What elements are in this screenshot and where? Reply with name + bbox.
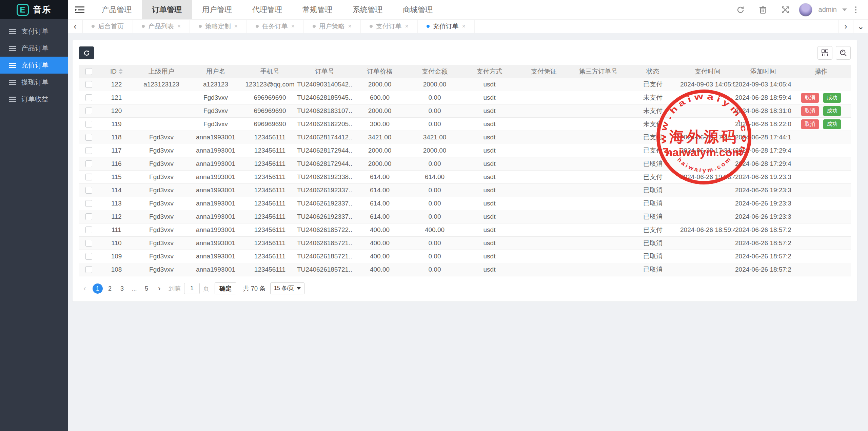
- tab-close-icon[interactable]: ×: [462, 23, 466, 30]
- sort-icon[interactable]: [119, 68, 123, 74]
- row-checkbox[interactable]: [85, 94, 92, 101]
- next-page-icon[interactable]: ›: [154, 284, 165, 293]
- table-card: ID 上级用户 用户名 手机号 订单号 订单价格 支付金额 支付方式 支付凭证 …: [73, 40, 857, 301]
- cell-price: 400.00: [352, 237, 407, 250]
- cell-order-no: TU240628172944...: [297, 144, 352, 157]
- tabs-scroll-right-icon[interactable]: ›: [838, 20, 853, 33]
- tab-close-icon[interactable]: ×: [405, 23, 409, 30]
- cell-add-time: 2024-06-28 17:44:12: [735, 131, 791, 144]
- row-checkbox[interactable]: [85, 227, 92, 233]
- nav-item[interactable]: 代理管理: [242, 0, 292, 19]
- per-page-select[interactable]: 15 条/页: [270, 282, 304, 294]
- cell-method: usdt: [462, 171, 517, 184]
- cell-actions: [791, 237, 851, 250]
- nav-item[interactable]: 常规管理: [292, 0, 342, 19]
- cancel-button[interactable]: 取消: [801, 119, 819, 129]
- refresh-icon[interactable]: [732, 3, 749, 17]
- cell-pay-time: [680, 237, 735, 250]
- fullscreen-icon[interactable]: [776, 3, 794, 17]
- cell-id: 121: [99, 91, 134, 104]
- cell-actions: [791, 197, 851, 210]
- tab[interactable]: 用户策略 ×: [304, 20, 361, 33]
- nav-item[interactable]: 用户管理: [192, 0, 242, 19]
- col-username: 用户名: [189, 65, 243, 78]
- tab-close-icon[interactable]: ×: [234, 23, 238, 30]
- tab[interactable]: 产品列表 ×: [133, 20, 190, 33]
- row-checkbox[interactable]: [85, 174, 92, 180]
- cell-third-no: [571, 197, 626, 210]
- app-title: 音乐: [33, 4, 52, 15]
- page-number[interactable]: 1: [93, 283, 103, 294]
- list-icon: [9, 97, 16, 102]
- cell-add-time: 2024-06-28 18:31:07: [735, 104, 791, 118]
- cell-order-no: TU240628182205...: [297, 118, 352, 131]
- trash-icon[interactable]: [754, 3, 772, 17]
- row-checkbox[interactable]: [85, 160, 92, 167]
- cell-pay-time: [680, 210, 735, 223]
- tab-close-icon[interactable]: ×: [177, 23, 181, 30]
- kebab-menu-icon[interactable]: [852, 6, 860, 13]
- tab[interactable]: 充值订单 ×: [418, 20, 475, 33]
- sidebar-item-label: 支付订单: [21, 27, 48, 36]
- confirm-page-button[interactable]: 确定: [215, 282, 236, 294]
- row-checkbox[interactable]: [85, 200, 92, 207]
- cancel-button[interactable]: 取消: [801, 106, 819, 116]
- row-checkbox[interactable]: [85, 240, 92, 247]
- nav-item[interactable]: 订单管理: [142, 0, 192, 19]
- row-checkbox[interactable]: [85, 121, 92, 128]
- tab-close-icon[interactable]: ×: [348, 23, 352, 30]
- nav-item[interactable]: 商城管理: [393, 0, 443, 19]
- username-label[interactable]: admin: [818, 6, 837, 14]
- cancel-button[interactable]: 取消: [801, 93, 819, 103]
- cell-parent: Fgd3vxv: [134, 223, 189, 237]
- tabs-dropdown-icon[interactable]: ⌄: [853, 20, 868, 33]
- tab-status-dot-icon: [142, 25, 145, 28]
- page-number[interactable]: 5: [141, 283, 152, 294]
- search-button[interactable]: [836, 46, 851, 60]
- cell-voucher: [517, 237, 571, 250]
- row-checkbox[interactable]: [85, 81, 92, 88]
- tab-close-icon[interactable]: ×: [291, 23, 295, 30]
- tab[interactable]: 后台首页: [83, 20, 133, 33]
- nav-item[interactable]: 产品管理: [92, 0, 142, 19]
- refresh-table-button[interactable]: [79, 46, 94, 59]
- cell-method: usdt: [462, 237, 517, 250]
- row-checkbox[interactable]: [85, 253, 92, 260]
- chevron-down-icon[interactable]: [842, 8, 847, 11]
- prev-page-icon[interactable]: ‹: [79, 284, 91, 293]
- page-number[interactable]: 2: [105, 283, 115, 294]
- sidebar-item[interactable]: 提现订单: [0, 74, 68, 91]
- cell-pay-time: [680, 197, 735, 210]
- select-all-checkbox[interactable]: [85, 68, 92, 75]
- cell-add-time: 2024-06-26 18:57:21: [735, 237, 791, 250]
- row-checkbox[interactable]: [85, 147, 92, 154]
- nav-item[interactable]: 系统管理: [342, 0, 393, 19]
- success-button[interactable]: 成功: [823, 119, 841, 129]
- row-checkbox[interactable]: [85, 107, 92, 114]
- toggle-columns-button[interactable]: [817, 46, 832, 60]
- top-nav: 产品管理 订单管理 用户管理 代理管理 常规管理 系统管理 商城管理: [92, 0, 443, 19]
- success-button[interactable]: 成功: [823, 106, 841, 116]
- cell-method: usdt: [462, 104, 517, 118]
- sidebar-collapse-icon[interactable]: [68, 0, 92, 19]
- tab[interactable]: 任务订单 ×: [247, 20, 304, 33]
- row-checkbox[interactable]: [85, 266, 92, 273]
- sidebar-item[interactable]: 产品订单: [0, 40, 68, 57]
- sidebar-item[interactable]: 支付订单: [0, 23, 68, 40]
- row-checkbox[interactable]: [85, 187, 92, 194]
- page-number[interactable]: 3: [117, 283, 127, 294]
- avatar[interactable]: [799, 3, 812, 17]
- row-checkbox[interactable]: [85, 134, 92, 141]
- tabs-scroll-left-icon[interactable]: ‹: [68, 20, 83, 33]
- cell-status: 已支付: [626, 223, 680, 237]
- cell-third-no: [571, 91, 626, 104]
- success-button[interactable]: 成功: [823, 93, 841, 103]
- row-checkbox[interactable]: [85, 213, 92, 220]
- page-number[interactable]: ...: [129, 283, 139, 294]
- goto-page-input[interactable]: [184, 283, 200, 294]
- sidebar-item[interactable]: 订单收益: [0, 91, 68, 107]
- cell-actions: [791, 263, 851, 276]
- tab[interactable]: 策略定制 ×: [190, 20, 247, 33]
- tab[interactable]: 支付订单 ×: [361, 20, 418, 33]
- sidebar-item[interactable]: 充值订单: [0, 57, 68, 74]
